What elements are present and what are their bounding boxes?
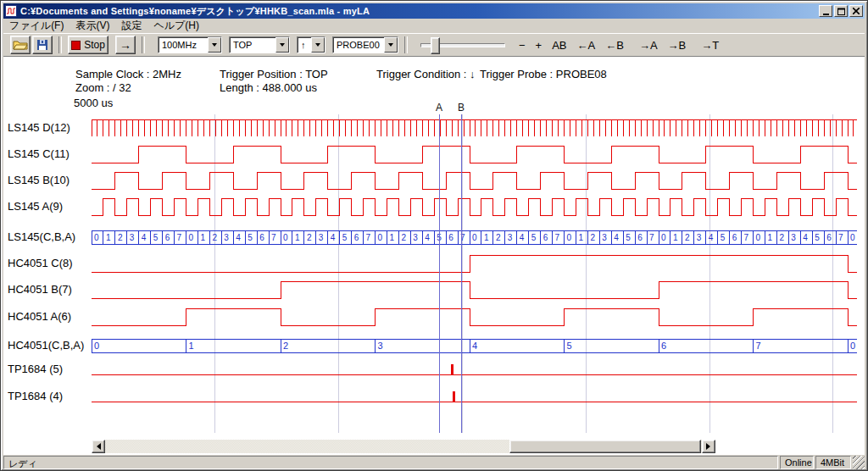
- minimize-button[interactable]: [819, 5, 832, 17]
- status-bar: レディ Online 4MBit: [3, 456, 865, 469]
- scroll-left-button[interactable]: [92, 440, 105, 453]
- probe-value: PROBE00: [333, 37, 384, 53]
- resize-grip[interactable]: [853, 456, 865, 469]
- menu-view[interactable]: 表示(V): [70, 18, 115, 34]
- zoom-slider[interactable]: [419, 36, 507, 54]
- trigger-position-select[interactable]: TOP: [229, 36, 290, 53]
- sample-clock-value: 100MHz: [159, 37, 208, 53]
- menu-help[interactable]: ヘルプ(H): [147, 18, 205, 34]
- length-info: Length : 488.000 us: [220, 81, 317, 94]
- right-arrow-icon: [706, 443, 714, 450]
- close-icon: [853, 8, 860, 14]
- scrollbar-track[interactable]: [105, 440, 702, 453]
- window-title: C:¥Documents and Settings¥noname¥デスクトップ¥…: [20, 5, 819, 18]
- waveform-client-area[interactable]: [3, 57, 865, 455]
- cursor-ab-button[interactable]: AB: [548, 37, 570, 53]
- chevron-down-icon: [212, 43, 217, 49]
- sample-clock-info: Sample Clock : 2MHz: [75, 68, 181, 80]
- goto-cursor-a-left-button[interactable]: ←A: [574, 37, 599, 53]
- menu-file[interactable]: ファイル(F): [3, 18, 70, 34]
- time-division-label: 5000 us: [74, 97, 113, 109]
- maximize-icon: [837, 8, 845, 15]
- save-button[interactable]: [32, 36, 53, 54]
- title-bar[interactable]: C:¥Documents and Settings¥noname¥デスクトップ¥…: [3, 3, 865, 19]
- toolbar-separator: [404, 36, 408, 53]
- maximize-button[interactable]: [834, 5, 848, 17]
- chevron-down-icon: [388, 43, 393, 49]
- sample-clock-select[interactable]: 100MHz: [158, 36, 222, 53]
- goto-trigger-button[interactable]: →T: [698, 37, 722, 53]
- goto-cursor-b-right-button[interactable]: →B: [665, 37, 690, 53]
- dropdown-button[interactable]: [208, 37, 221, 53]
- left-arrow-icon: [93, 443, 101, 450]
- horizontal-scrollbar[interactable]: [92, 440, 715, 453]
- status-memory-badge: 4MBit: [815, 456, 851, 469]
- stop-button[interactable]: Stop: [68, 36, 108, 54]
- trigger-probe-info: Trigger Probe : PROBE08: [480, 68, 607, 80]
- cursor-b-label[interactable]: B: [454, 102, 468, 114]
- minimize-icon: [823, 14, 829, 15]
- dropdown-button[interactable]: [311, 37, 325, 53]
- close-button[interactable]: [849, 5, 863, 17]
- save-floppy-icon: [36, 39, 48, 51]
- dropdown-button[interactable]: [275, 37, 289, 53]
- toolbar-separator: [58, 36, 62, 53]
- app-icon: [5, 5, 17, 17]
- stop-label: Stop: [84, 39, 105, 51]
- zoom-out-button[interactable]: −: [515, 37, 529, 53]
- goto-cursor-a-right-button[interactable]: →A: [636, 37, 661, 53]
- zoom-info: Zoom : / 32: [75, 81, 131, 94]
- trigger-position-info: Trigger Position : TOP: [220, 68, 328, 80]
- open-button[interactable]: [10, 36, 31, 54]
- chevron-down-icon: [280, 43, 285, 49]
- trigger-edge-value: ↑: [298, 37, 311, 53]
- cursor-a-label[interactable]: A: [432, 102, 446, 114]
- zoom-in-button[interactable]: +: [532, 37, 546, 53]
- slider-thumb[interactable]: [431, 37, 440, 54]
- goto-cursor-b-left-button[interactable]: ←B: [602, 37, 627, 53]
- run-arrow-icon: →: [120, 38, 131, 52]
- chevron-down-icon: [315, 43, 320, 49]
- dropdown-button[interactable]: [384, 37, 398, 53]
- status-ready-text: レディ: [3, 456, 778, 469]
- trigger-edge-select[interactable]: ↑: [297, 36, 326, 53]
- scrollbar-thumb[interactable]: [509, 440, 701, 453]
- toolbar: Stop → 100MHz TOP ↑ PROBE00 − + AB ←A: [3, 33, 865, 57]
- stop-icon: [71, 41, 81, 50]
- status-online-badge: Online: [780, 456, 814, 469]
- menu-settings[interactable]: 設定: [115, 18, 147, 34]
- toolbar-separator: [142, 36, 145, 53]
- menu-bar: ファイル(F) 表示(V) 設定 ヘルプ(H): [3, 19, 865, 33]
- probe-select[interactable]: PROBE00: [332, 36, 398, 53]
- scroll-right-button[interactable]: [702, 440, 715, 453]
- trigger-position-value: TOP: [230, 37, 275, 53]
- app-window: C:¥Documents and Settings¥noname¥デスクトップ¥…: [0, 0, 868, 471]
- trigger-condition-info: Trigger Condition : ↓: [376, 68, 476, 80]
- run-button[interactable]: →: [115, 36, 136, 54]
- open-folder-icon: [13, 39, 28, 51]
